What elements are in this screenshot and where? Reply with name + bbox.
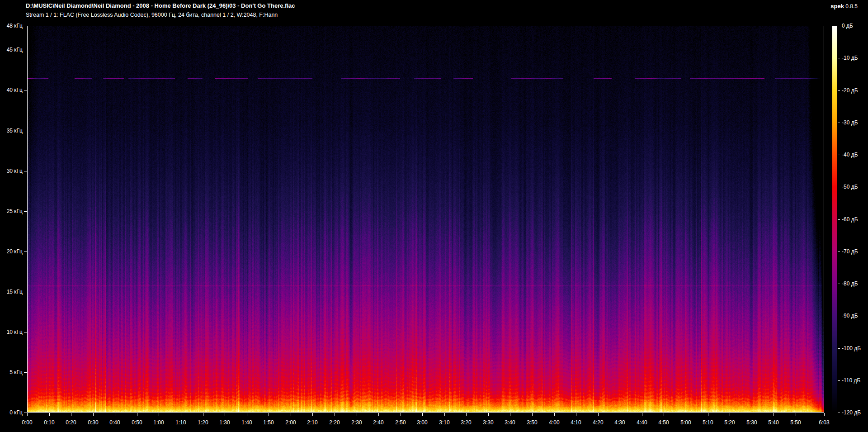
time-label: 3:10 [434,419,455,426]
app-brand: spek 0.8.5 [830,3,858,9]
time-label: 4:30 [609,419,631,426]
time-label: 0:00 [16,419,38,426]
time-label: 1:40 [236,419,258,426]
db-tick [838,219,840,220]
time-label: 1:50 [258,419,279,426]
stream-info: Stream 1 / 1: FLAC (Free Lossless Audio … [26,12,278,18]
freq-label: 0 кГц [0,409,23,416]
freq-tick [24,372,27,373]
db-tick [838,90,840,91]
time-label: 0:40 [104,419,126,426]
time-label: 3:00 [411,419,433,426]
freq-tick [24,26,27,26]
db-label: -30 дБ [842,119,858,126]
freq-tick [24,332,27,332]
time-tick [137,413,137,416]
freq-tick [24,211,27,212]
time-tick [444,413,445,416]
time-tick [357,413,357,416]
time-tick [510,413,510,416]
time-tick [774,413,774,416]
time-tick [335,413,335,416]
time-tick [576,413,576,416]
freq-label: 10 кГц [0,329,23,335]
time-label: 1:30 [214,419,236,426]
db-label: 0 дБ [842,23,853,29]
time-tick [796,413,796,416]
time-label: 4:40 [631,419,653,426]
time-tick [159,413,159,416]
time-tick [401,413,401,416]
time-label: 5:10 [697,419,719,426]
time-label: 2:50 [390,419,411,426]
freq-label: 40 кГц [0,87,23,93]
time-label: 2:00 [280,419,302,426]
db-tick [838,348,840,349]
time-tick [620,413,620,416]
time-tick [71,413,71,416]
time-tick [181,413,181,416]
time-tick [686,413,686,416]
time-tick [312,413,313,416]
freq-tick [24,90,27,90]
file-path-title: D:\MUSIC\Neil Diamond\Neil Diamond - 200… [26,2,295,9]
db-label: -20 дБ [842,87,858,94]
freq-label: 35 кГц [0,128,23,134]
db-label: -100 дБ [842,345,861,351]
time-tick [422,413,423,416]
time-label: 3:40 [499,419,521,426]
db-label: -80 дБ [842,280,858,287]
time-tick [598,413,599,416]
freq-tick [24,171,27,171]
db-tick [838,187,840,187]
time-label: 2:20 [324,419,345,426]
time-label: 1:00 [148,419,170,426]
time-label: 0:30 [82,419,104,426]
time-tick [269,413,269,416]
colorbar-canvas [832,26,837,413]
db-tick [838,123,840,123]
app-version: 0.8.5 [845,3,858,9]
time-label: 4:20 [587,419,609,426]
time-tick [532,413,533,416]
time-label: 4:10 [565,419,587,426]
time-tick [49,413,50,416]
db-label: -50 дБ [842,184,858,190]
time-label: 5:30 [741,419,763,426]
db-label: -70 дБ [842,248,858,255]
freq-label: 20 кГц [0,248,23,255]
time-label: 6:03 [813,419,835,426]
time-tick [708,413,708,416]
time-label: 3:20 [455,419,477,426]
time-tick [824,413,825,416]
db-tick [838,58,840,58]
freq-label: 5 кГц [0,369,23,375]
time-tick [93,413,94,416]
time-label: 2:40 [368,419,389,426]
time-tick [115,413,115,416]
time-tick [752,413,752,416]
time-label: 0:50 [126,419,148,426]
db-label: -120 дБ [842,409,861,416]
freq-tick [24,50,27,50]
app-name: spek [830,3,844,9]
freq-tick [24,292,27,292]
time-label: 3:30 [477,419,499,426]
time-label: 5:20 [719,419,741,426]
time-tick [554,413,555,416]
time-tick [664,413,664,416]
freq-tick [24,131,27,131]
time-tick [203,413,203,416]
time-label: 2:10 [302,419,323,426]
time-label: 0:10 [38,419,60,426]
time-label: 2:30 [346,419,368,426]
time-tick [291,413,291,416]
freq-label: 30 кГц [0,168,23,174]
db-label: -40 дБ [842,152,858,158]
db-tick [838,26,840,26]
time-tick [378,413,379,416]
time-tick [247,413,247,416]
time-label: 5:40 [763,419,784,426]
db-tick [838,284,840,284]
db-label: -110 дБ [842,377,860,384]
